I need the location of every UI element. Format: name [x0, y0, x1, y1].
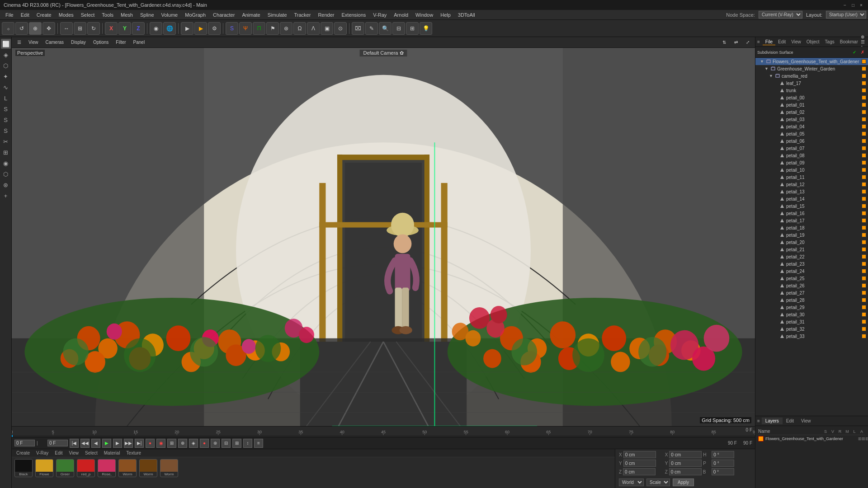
right-tab-edit[interactable]: Edit — [775, 39, 788, 45]
tree-item-15[interactable]: petail_10 — [755, 166, 868, 174]
rb-menu-icon[interactable]: ≡ — [757, 418, 760, 423]
menu-item-tools[interactable]: Tools — [98, 11, 117, 19]
vp-icon-3[interactable]: ⤢ — [743, 39, 752, 46]
toolbar-btn-3[interactable]: ⊕ — [29, 22, 42, 35]
toolbar-vray9[interactable]: ⊙ — [334, 22, 347, 35]
mat-swatch-5[interactable]: Worm — [118, 459, 137, 477]
tree-item-26[interactable]: petail_21 — [755, 246, 868, 253]
tree-item-36[interactable]: petail_31 — [755, 318, 868, 325]
toolbar-object[interactable]: ◉ — [150, 22, 162, 35]
toolbar-extra1[interactable]: ⌧ — [352, 22, 364, 35]
sidebar-icon-s3[interactable]: S — [1, 126, 11, 136]
mat-swatch-7[interactable]: Worm — [160, 459, 178, 477]
menu-item-help[interactable]: Help — [437, 11, 454, 19]
tree-item-6[interactable]: petail_01 — [755, 101, 868, 108]
tree-item-18[interactable]: petail_13 — [755, 188, 868, 195]
y-size-input[interactable] — [669, 460, 702, 467]
viewport[interactable]: Perspective Default Camera ✿ Grid Spacin… — [12, 48, 755, 426]
menu-item-character[interactable]: Character — [209, 11, 238, 19]
current-frame-input[interactable] — [14, 440, 35, 446]
rb-tab-edit[interactable]: Edit — [783, 418, 797, 424]
sidebar-icon-s[interactable]: S — [1, 104, 11, 114]
menu-item-window[interactable]: Window — [412, 11, 437, 19]
layout-select[interactable]: Startup (User) — [826, 11, 866, 19]
tree-item-30[interactable]: petail_25 — [755, 275, 868, 282]
toolbar-light[interactable]: 💡 — [420, 22, 432, 35]
menu-item-simulate[interactable]: Simulate — [264, 11, 291, 19]
mat-tab-material[interactable]: Material — [101, 450, 123, 456]
play-next-btn[interactable]: ▶▶ — [124, 439, 133, 448]
motion2-btn[interactable]: ⊕ — [178, 439, 187, 448]
menu-item-arnold[interactable]: Arnold — [390, 11, 412, 19]
motion5-btn[interactable]: ⊛ — [211, 439, 220, 448]
mat-tab-create[interactable]: Create — [14, 450, 33, 456]
play-next-frame-btn[interactable]: ▶ — [113, 439, 122, 448]
right-tab-object[interactable]: Object — [804, 39, 822, 45]
menu-item-animate[interactable]: Animate — [238, 11, 264, 19]
vp-display-btn[interactable]: Display — [68, 39, 89, 46]
tree-item-17[interactable]: petail_12 — [755, 181, 868, 188]
motion8-btn[interactable]: ↕ — [243, 439, 252, 448]
start-frame-input[interactable] — [47, 440, 68, 446]
record-btn[interactable]: ● — [146, 439, 155, 448]
tree-item-2[interactable]: ▼camellia_red — [755, 72, 868, 80]
sidebar-icon-tex[interactable]: ⬡ — [1, 169, 11, 179]
sidebar-icon-grid[interactable]: ⊞ — [1, 147, 11, 157]
sidebar-icon-wrap[interactable]: ⊛ — [1, 180, 11, 190]
toolbar-Z[interactable]: Z — [132, 22, 145, 35]
maximize-btn[interactable]: □ — [850, 2, 856, 8]
toolbar-vray8[interactable]: ▣ — [321, 22, 333, 35]
z-pos-input[interactable] — [623, 468, 656, 475]
tree-item-3[interactable]: leaf_17 — [755, 80, 868, 87]
tree-item-4[interactable]: trunk — [755, 87, 868, 94]
tree-item-25[interactable]: petail_20 — [755, 239, 868, 246]
timeline-track[interactable] — [12, 435, 755, 437]
tree-item-24[interactable]: petail_19 — [755, 231, 868, 239]
toolbar-extra5[interactable]: ⊞ — [406, 22, 419, 35]
tree-item-33[interactable]: petail_28 — [755, 296, 868, 304]
toolbar-rendersettings[interactable]: ⚙ — [208, 22, 221, 35]
vp-icon-2[interactable]: ⇄ — [731, 39, 741, 46]
mat-tab-vray[interactable]: V-Ray — [33, 450, 51, 456]
minimize-btn[interactable]: − — [842, 2, 848, 8]
sidebar-icon-mat[interactable]: ◉ — [1, 158, 11, 168]
tree-item-16[interactable]: petail_11 — [755, 174, 868, 181]
tree-item-13[interactable]: petail_08 — [755, 152, 868, 159]
timeline-ruler[interactable]: 051015202530354045505560657075808590 0 F — [12, 426, 755, 435]
autokey-btn[interactable]: ◉ — [156, 439, 165, 448]
menu-item-v-ray[interactable]: V-Ray — [369, 11, 390, 19]
sidebar-edge[interactable]: ⬡ — [1, 61, 11, 70]
right-tab-bookmar[interactable]: Bookmar — [837, 39, 861, 45]
b-input[interactable] — [712, 468, 734, 475]
tree-item-34[interactable]: petail_29 — [755, 304, 868, 311]
tree-item-11[interactable]: petail_06 — [755, 137, 868, 145]
mat-tab-texture[interactable]: Texture — [123, 450, 144, 456]
tree-item-21[interactable]: petail_16 — [755, 210, 868, 217]
right-tab-view[interactable]: View — [788, 39, 804, 45]
sidebar-icon-s2[interactable]: S — [1, 115, 11, 125]
mat-tab-select[interactable]: Select — [82, 450, 100, 456]
toolbar-extra3[interactable]: 🔍 — [379, 22, 392, 35]
toolbar-world[interactable]: 🌐 — [163, 22, 176, 35]
sidebar-icon-l[interactable]: L — [1, 93, 11, 103]
menu-item-mograph[interactable]: MoGraph — [181, 11, 209, 19]
rb-tab-layers[interactable]: Layers — [762, 418, 783, 424]
x-size-input[interactable] — [669, 451, 702, 458]
vp-cameras-btn[interactable]: Cameras — [43, 39, 67, 46]
motion7-btn[interactable]: ⊞ — [232, 439, 241, 448]
motion3-btn[interactable]: ◈ — [189, 439, 198, 448]
sidebar-select[interactable]: ⬜ — [1, 39, 11, 49]
p-input[interactable] — [712, 460, 734, 467]
toolbar-extra4[interactable]: ⊟ — [392, 22, 405, 35]
vp-filter-btn[interactable]: Filter — [113, 39, 128, 46]
mat-swatch-4[interactable]: Rose, — [98, 459, 116, 477]
play-btn[interactable]: ▶ — [102, 439, 111, 448]
sidebar-poly[interactable]: ◈ — [1, 50, 11, 60]
tree-item-31[interactable]: petail_26 — [755, 282, 868, 289]
toolbar-btn-1[interactable]: ⬦ — [2, 22, 14, 35]
toolbar-vray3[interactable]: Π — [253, 22, 265, 35]
tree-item-14[interactable]: petail_09 — [755, 159, 868, 166]
scale-mode-select[interactable]: Scale Size — [646, 479, 670, 486]
menu-item-modes[interactable]: Modes — [55, 11, 77, 19]
toolbar-render[interactable]: ▶ — [181, 22, 193, 35]
